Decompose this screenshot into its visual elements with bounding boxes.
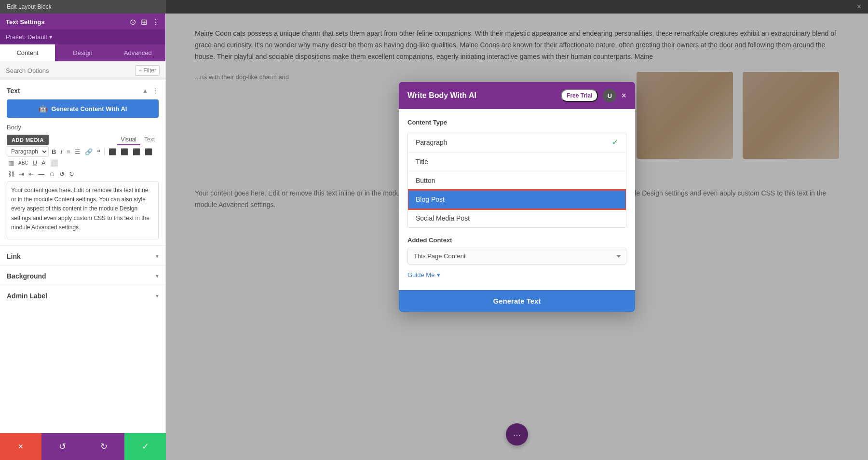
filter-button[interactable]: + Filter [135, 65, 160, 76]
sidebar-title: Text Settings [6, 18, 45, 26]
guide-me-link[interactable]: Guide Me ▾ [407, 271, 626, 279]
format-select[interactable]: Paragraph Heading 1 Heading 2 [7, 146, 49, 157]
bottom-bar: × ↺ ↻ ✓ [0, 433, 166, 460]
background-section-title: Background [7, 272, 46, 280]
search-input[interactable] [6, 67, 131, 74]
modal-user-avatar[interactable]: U [603, 89, 616, 102]
preset-label[interactable]: Preset: Default ▾ [6, 33, 53, 41]
free-trial-badge[interactable]: Free Trial [561, 89, 598, 102]
editor-text: Your content goes here. Edit or remove t… [11, 187, 149, 231]
view-toggle: Visual Text [117, 135, 159, 145]
underline-icon[interactable]: U [31, 158, 39, 167]
redo-button[interactable]: ↻ [83, 433, 124, 460]
toolbar-divider-1 [104, 148, 105, 155]
clear-format-icon[interactable]: ⬜ [49, 158, 59, 167]
layout-icon[interactable]: ⊞ [141, 17, 147, 27]
modal-header: Write Body With AI Free Trial U × [399, 82, 635, 109]
chevron-down-icon: ▾ [437, 271, 440, 279]
list-ul-icon[interactable]: ≡ [65, 147, 72, 156]
admin-label-section-header[interactable]: Admin Label ▾ [0, 285, 165, 305]
more-options-icon[interactable]: ⋮ [152, 17, 160, 27]
content-type-title[interactable]: Title [408, 153, 626, 171]
link-section-expand-icon[interactable]: ▾ [156, 253, 159, 260]
content-type-button[interactable]: Button [408, 171, 626, 190]
top-bar-title: Edit Layout Block [7, 3, 52, 10]
bold-icon[interactable]: B [50, 147, 57, 156]
body-section: Body ADD MEDIA Visual Text Paragraph Hea… [0, 124, 165, 245]
align-justify-icon[interactable]: ⬛ [143, 147, 154, 156]
target-icon[interactable]: ⊙ [130, 17, 136, 27]
added-context-label: Added Context [407, 237, 626, 244]
content-type-social-media[interactable]: Social Media Post [408, 209, 626, 227]
admin-label-expand-icon[interactable]: ▾ [156, 293, 159, 299]
cancel-button[interactable]: × [0, 433, 41, 460]
tabs-row: Content Design Advanced [0, 44, 165, 61]
modal-body: Content Type Paragraph ✓ Title Button [399, 109, 635, 290]
undo-editor-icon[interactable]: ↺ [58, 169, 66, 179]
align-left-icon[interactable]: ⬛ [107, 147, 118, 156]
search-row: + Filter [0, 61, 165, 80]
admin-label-section-title: Admin Label [7, 292, 47, 300]
main-area: Maine Coon cats possess a unique charm t… [166, 0, 868, 460]
text-section-header[interactable]: Text ▲ ⋮ [0, 80, 165, 99]
tab-content[interactable]: Content [0, 44, 55, 61]
body-label: Body [7, 124, 159, 131]
sidebar-subheader: Preset: Default ▾ [0, 29, 165, 44]
content-type-blog-post[interactable]: Blog Post [408, 190, 626, 209]
editor-buttons-row: ADD MEDIA Visual Text [7, 135, 159, 145]
sidebar-header-icons: ⊙ ⊞ ⋮ [130, 17, 160, 27]
sidebar-content: Text ▲ ⋮ 🤖 Generate Content With AI Body… [0, 80, 165, 460]
modal-header-right: Free Trial U × [561, 89, 626, 102]
align-center-icon[interactable]: ⬛ [119, 147, 130, 156]
ai-icon: 🤖 [39, 104, 48, 113]
abc-icon[interactable]: ABC [17, 159, 30, 167]
context-select[interactable]: This Page Content [407, 248, 626, 265]
link-section: Link ▾ [0, 245, 165, 265]
content-type-paragraph[interactable]: Paragraph ✓ [408, 132, 626, 153]
visual-view-button[interactable]: Visual [117, 135, 140, 145]
content-type-label: Content Type [407, 119, 626, 126]
generate-content-ai-button[interactable]: 🤖 Generate Content With AI [7, 99, 159, 118]
emoji-icon[interactable]: ☺ [47, 169, 56, 179]
link-section-header[interactable]: Link ▾ [0, 246, 165, 265]
sidebar: Text Settings ⊙ ⊞ ⋮ Preset: Default ▾ Co… [0, 0, 166, 460]
link-icon[interactable]: 🔗 [83, 147, 94, 156]
italic-icon[interactable]: I [59, 147, 64, 156]
align-right-icon[interactable]: ⬛ [131, 147, 142, 156]
content-type-list: Paragraph ✓ Title Button Blog Post [407, 132, 626, 228]
ai-modal: Write Body With AI Free Trial U × Conten… [399, 82, 635, 312]
modal-close-button[interactable]: × [621, 91, 626, 101]
editor-content[interactable]: Your content goes here. Edit or remove t… [7, 181, 159, 239]
text-section-options-icon[interactable]: ⋮ [152, 87, 159, 95]
text-view-button[interactable]: Text [140, 135, 159, 145]
tab-design[interactable]: Design [55, 44, 110, 61]
app-wrapper: Edit Layout Block × Text Settings ⊙ ⊞ ⋮ … [0, 0, 868, 460]
redo-editor-icon[interactable]: ↻ [68, 169, 76, 179]
save-button[interactable]: ✓ [124, 433, 166, 460]
sidebar-header: Text Settings ⊙ ⊞ ⋮ [0, 14, 165, 29]
background-section: Background ▾ [0, 265, 165, 285]
indent-icon[interactable]: ⇥ [17, 169, 26, 179]
table-icon[interactable]: ▦ [7, 158, 15, 167]
text-section-title: Text [7, 87, 20, 95]
outdent-icon[interactable]: ⇤ [27, 169, 35, 179]
list-ol-icon[interactable]: ☰ [73, 147, 82, 156]
generate-text-button[interactable]: Generate Text [399, 290, 635, 312]
modal-title: Write Body With AI [407, 91, 476, 100]
chain-icon[interactable]: ⛓ [7, 169, 16, 179]
undo-button[interactable]: ↺ [41, 433, 83, 460]
link-section-title: Link [7, 252, 21, 260]
hr-icon[interactable]: — [37, 169, 46, 179]
background-section-header[interactable]: Background ▾ [0, 265, 165, 285]
add-media-button[interactable]: ADD MEDIA [7, 135, 49, 145]
text-section-collapse-icon[interactable]: ▲ [142, 87, 148, 94]
tab-advanced[interactable]: Advanced [110, 44, 165, 61]
text-color-icon[interactable]: A [40, 158, 47, 167]
paragraph-check-icon: ✓ [612, 138, 618, 147]
admin-label-section: Admin Label ▾ [0, 285, 165, 305]
blockquote-icon[interactable]: ❝ [95, 147, 102, 156]
modal-footer: Generate Text [399, 290, 635, 312]
background-section-expand-icon[interactable]: ▾ [156, 273, 159, 279]
modal-overlay: Write Body With AI Free Trial U × Conten… [166, 0, 868, 460]
